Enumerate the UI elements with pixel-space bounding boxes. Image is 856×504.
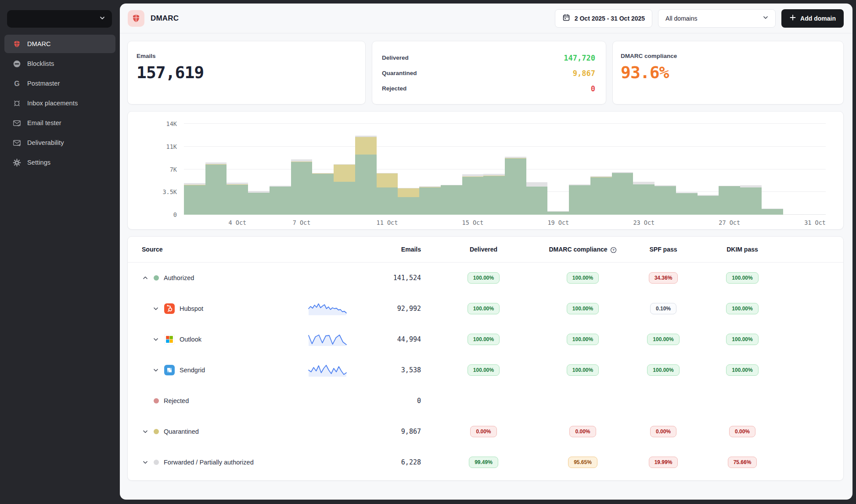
expander-chevron-down-icon[interactable] [142,459,149,466]
delivered-row: Delivered 147,720 [382,50,595,65]
rejected-value: 0 [591,84,595,93]
domain-filter-select[interactable]: All domains [658,9,776,28]
sidebar-item-inbox-placements[interactable]: Inbox placements [4,94,115,112]
chart-bar-other [698,195,719,196]
chart-bar-quarantined [419,187,441,187]
sidebar-item-label: Email tester [27,119,61,126]
table-row-hubspot[interactable]: Hubspot92,992100.00%100.00%0.10%100.00% [128,293,843,324]
chart-gridline [184,123,826,124]
chart-bar-delivered [398,197,419,215]
chart-bar-delivered [633,184,655,215]
sidebar-item-deliverability[interactable]: Deliverability [4,133,115,152]
badge-cell: 0.00% [619,426,707,437]
expander-chevron-down-icon[interactable] [152,336,159,343]
percent-badge: 0.00% [569,426,596,437]
sidebar-item-postmaster[interactable]: GPostmaster [4,74,115,93]
chart-bar-quarantined [377,173,398,187]
table-row-sendgrid[interactable]: Sendgrid3,538100.00%100.00%100.00%100.00… [128,355,843,385]
emails-count: 9,867 [352,428,421,436]
chart-bar-other [612,172,633,173]
category-dot [154,429,159,434]
percent-badge: 100.00% [726,272,758,284]
microsoft-icon [164,334,175,345]
source-label: Hubspot [180,305,203,312]
percent-badge: 19.99% [649,457,678,468]
chart-bar-quarantined [334,165,355,181]
shield-icon [12,40,21,48]
rejected-row: Rejected 0 [382,81,595,96]
category-dot [154,398,159,403]
badge-cell: 95.65% [546,457,619,468]
badge-cell: 0.00% [546,426,619,437]
badge-cell: 0.00% [707,426,777,437]
chart-bar-quarantined [291,162,313,162]
chevron-down-icon [99,14,106,23]
expander-chevron-up-icon[interactable] [142,274,149,281]
percent-badge: 100.00% [567,364,599,376]
chart-bar-other [248,191,270,193]
date-range-picker[interactable]: 2 Oct 2025 - 31 Oct 2025 [555,9,652,28]
column-header-emails: Emails [352,246,421,253]
chart-bar-delivered [719,186,740,215]
sparkline [308,332,352,346]
table-row-authorized[interactable]: Authorized141,524100.00%100.00%34.36%100… [128,263,843,293]
chart-bar-other [633,182,655,184]
quarantined-row: Quarantined 9,867 [382,65,595,81]
emails-count: 141,524 [352,274,421,282]
chart-bar-other [291,159,313,161]
sidebar-item-settings[interactable]: Settings [4,153,115,172]
table-row-rejected[interactable]: Rejected0 [128,385,843,416]
chart-bar-other [569,184,590,185]
quarantined-label: Quarantined [382,70,417,76]
help-icon[interactable]: ? [610,247,617,253]
chart-x-tick-label: 31 Oct [804,219,826,226]
chart-bar-other [184,183,205,185]
badge-cell: 100.00% [707,303,777,314]
badge-cell: 100.00% [546,334,619,345]
crosshair-icon [12,99,21,108]
table-row-forwarded-partially-authorized[interactable]: Forwarded / Partially authorized6,22899.… [128,447,843,478]
compliance-card: DMARC compliance 93.6% [612,41,844,104]
workspace-switcher[interactable] [7,10,112,28]
sidebar-item-label: Blocklists [27,60,54,67]
expander-chevron-down-icon[interactable] [152,305,159,312]
emails-label: Emails [137,53,355,59]
chart-x-tick-label: 27 Oct [719,219,740,226]
sendgrid-icon [164,365,175,375]
chart-plot: 03.5K7K11K14K4 Oct7 Oct11 Oct15 Oct19 Oc… [184,124,826,215]
column-header-spf-pass: SPF pass [619,246,707,253]
table-row-quarantined[interactable]: Quarantined9,8670.00%0.00%0.00%0.00% [128,416,843,447]
chart-x-tick-label: 15 Oct [462,219,484,226]
expander-chevron-down-icon[interactable] [142,428,149,435]
emails-count: 44,994 [352,335,421,343]
chart-bar-delivered [312,174,334,215]
chart-x-tick-label: 4 Oct [229,219,247,226]
percent-badge: 100.00% [468,334,500,345]
delivered-label: Delivered [382,54,409,61]
sidebar-item-email-tester[interactable]: Email tester [4,114,115,132]
percent-badge: 100.00% [468,364,500,376]
percent-badge: 100.00% [726,334,758,345]
chart-bar-delivered [740,187,762,215]
emails-count: 3,538 [352,366,421,374]
sidebar-item-blocklists[interactable]: Blocklists [4,54,115,73]
chart-bar-delivered [698,196,719,215]
sidebar-item-dmarc[interactable]: DMARC [4,35,115,53]
chart-bar-quarantined [483,176,505,176]
expander-chevron-down-icon[interactable] [152,367,159,374]
chart-bar-delivered [248,193,270,215]
badge-cell: 100.00% [546,272,619,284]
table-row-outlook[interactable]: Outlook44,994100.00%100.00%100.00%100.00… [128,324,843,355]
add-domain-button[interactable]: Add domain [781,9,844,28]
chart-bar-other [676,192,698,193]
chart-bar-quarantined [398,188,419,197]
chart-bar-other [590,176,612,176]
chart-bar-quarantined [590,177,612,177]
column-header-delivered: Delivered [421,246,546,253]
percent-badge: 100.00% [567,272,599,284]
status-card: Delivered 147,720 Quarantined 9,867 Reje… [372,41,606,104]
badge-cell: 100.00% [707,334,777,345]
chart-bar-delivered [205,165,227,215]
percent-badge: 100.00% [468,272,500,284]
source-label: Forwarded / Partially authorized [164,459,254,466]
